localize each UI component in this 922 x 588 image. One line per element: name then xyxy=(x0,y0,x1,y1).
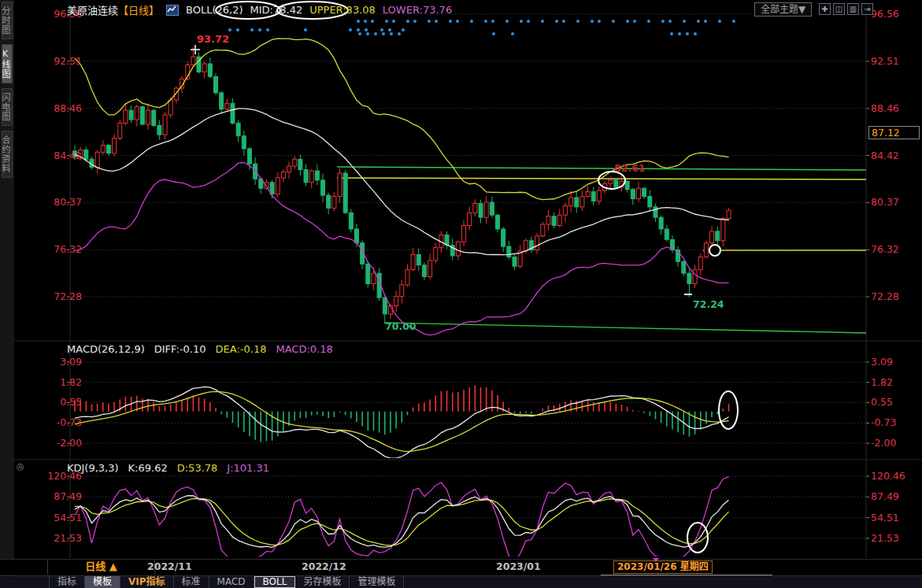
chart-type-icon[interactable] xyxy=(166,5,179,16)
chart-annotation: 72.24 xyxy=(693,298,724,310)
price-axis-label: 72.28 xyxy=(871,291,899,302)
price-axis-label: 84.42 xyxy=(871,150,899,161)
kdj-d-value: D:53.78 xyxy=(177,462,218,474)
kdj-j-value: J:101.31 xyxy=(227,462,269,474)
macd-dea-value: DEA:-0.18 xyxy=(216,343,267,355)
price-axis-label: 54.51 xyxy=(35,512,82,523)
price-axis-label: 92.51 xyxy=(35,56,82,67)
tab-指标[interactable]: 指标 xyxy=(49,576,85,588)
macd-title[interactable]: MACD(26,12,9) xyxy=(67,343,145,355)
time-label: 2022/11 xyxy=(147,560,192,572)
chart-annotation: 93.72 xyxy=(197,33,229,45)
price-axis-label: 3.09 xyxy=(871,357,893,368)
sidebar-item-0[interactable]: 分时图 xyxy=(2,2,13,39)
macd-pane-header: MACD(26,12,9) DIFF:-0.10 DEA:-0.18 MACD:… xyxy=(67,343,333,355)
symbol-title: 美原油连续 xyxy=(67,5,118,17)
left-sidebar: 分时图K线图闪电图合约资料 xyxy=(0,0,14,588)
price-axis-label: 87.49 xyxy=(35,491,82,502)
boll-upper-value: UPPER:83.08 xyxy=(309,4,376,16)
price-axis-label: 72.28 xyxy=(35,291,82,302)
period-tag[interactable]: 【日线】 xyxy=(118,5,159,17)
price-axis-label: -0.73 xyxy=(871,417,896,428)
candlestick-series[interactable] xyxy=(73,47,731,324)
period-cell[interactable]: 日线 ▲ xyxy=(47,560,155,575)
signal-dots xyxy=(228,20,735,35)
macd-panel[interactable] xyxy=(75,385,729,458)
price-axis-label: 1.82 xyxy=(871,377,893,388)
boll-lower-value: LOWER:73.76 xyxy=(383,4,452,16)
highlight-ellipses xyxy=(191,2,738,553)
price-axis-label: 92.51 xyxy=(871,56,899,67)
main-panel[interactable] xyxy=(73,39,867,335)
chart-annotation: 82.61 xyxy=(614,162,646,174)
price-axis-label: -2.00 xyxy=(35,438,82,449)
price-axis-label: 84.42 xyxy=(35,150,82,161)
indicator-name[interactable]: BOLL(26,2) xyxy=(186,4,243,16)
macd-diff-value: DIFF:-0.10 xyxy=(154,343,206,355)
tab-管理模板[interactable]: 管理模板 xyxy=(350,576,404,588)
sidebar-item-2[interactable]: 闪电图 xyxy=(2,88,13,126)
tab-BOLL[interactable]: BOLL xyxy=(254,576,296,588)
bottom-tab-bar: 指标模板VIP指标标准MACDBOLL另存模板管理模板 xyxy=(0,575,922,588)
indicator-settings-icon[interactable]: ◎ xyxy=(17,461,24,472)
price-axis-label: 3.09 xyxy=(35,357,82,368)
tab-模板[interactable]: 模板 xyxy=(85,576,120,588)
price-axis-label: -2.00 xyxy=(871,438,896,449)
tab-MACD[interactable]: MACD xyxy=(209,576,254,588)
date-marker-icon xyxy=(653,558,659,562)
chart-canvas[interactable] xyxy=(0,0,922,588)
price-axis-label: 21.53 xyxy=(35,533,82,544)
tab-VIP指标[interactable]: VIP指标 xyxy=(120,576,174,588)
exit-icon[interactable]: ⇥ xyxy=(861,3,873,15)
sidebar-item-1[interactable]: K线图 xyxy=(2,44,13,83)
new-window-icon[interactable]: ◫ xyxy=(833,3,845,15)
bar-chart-icon[interactable]: ▥ xyxy=(847,3,859,15)
price-axis-label: 80.37 xyxy=(35,197,82,208)
theme-selector-button[interactable]: 全部主题▼ xyxy=(754,2,812,17)
price-axis-label: 21.53 xyxy=(871,533,899,544)
crosshair-icon[interactable]: ✚ xyxy=(819,3,831,15)
last-price-box: 87.12 xyxy=(868,126,920,139)
price-axis-label: -0.73 xyxy=(35,417,82,428)
kdj-panel[interactable] xyxy=(75,477,729,564)
tab-标准[interactable]: 标准 xyxy=(174,576,209,588)
kdj-k-value: K:69.62 xyxy=(128,462,168,474)
trading-app: 分时图K线图闪电图合约资料 美原油连续【日线】 BOLL(26,2) MID:7… xyxy=(0,0,922,588)
time-label: 2022/12 xyxy=(302,560,346,572)
chart-header: 美原油连续【日线】 BOLL(26,2) MID:78.42 UPPER:83.… xyxy=(67,2,452,17)
price-axis-label: 120.46 xyxy=(871,471,905,482)
price-axis-label: 87.49 xyxy=(871,491,899,502)
price-axis-label: 96.56 xyxy=(871,9,899,20)
price-axis-label: 76.32 xyxy=(35,244,82,255)
kdj-pane-header: KDJ(9,3,3) K:69.62 D:53.78 J:101.31 xyxy=(67,462,269,474)
time-axis: 日线 ▲ 2023/01/26 星期四 2022/112022/122023/0… xyxy=(0,559,922,575)
window-control-icons: ✚◫▥⇥ xyxy=(819,3,873,15)
price-axis-label: 0.55 xyxy=(871,397,893,408)
price-axis-label: 54.51 xyxy=(871,512,899,523)
price-axis-label: 1.82 xyxy=(35,377,82,388)
kdj-title[interactable]: KDJ(9,3,3) xyxy=(67,462,119,474)
price-axis-label: 80.37 xyxy=(871,197,899,208)
price-axis-label: 76.32 xyxy=(871,244,899,255)
price-axis-label: 88.46 xyxy=(35,103,82,114)
price-axis-label: 0.55 xyxy=(35,397,82,408)
tab-另存模板[interactable]: 另存模板 xyxy=(295,576,350,588)
boll-mid-value: MID:78.42 xyxy=(250,4,303,16)
current-date-box: 2023/01/26 星期四 xyxy=(613,560,713,574)
chart-annotation: 70.00 xyxy=(385,320,417,332)
price-axis-label: 88.46 xyxy=(871,103,899,114)
sidebar-item-3[interactable]: 合约资料 xyxy=(2,131,13,178)
time-label: 2023/01 xyxy=(496,560,541,572)
macd-hist-value: MACD:0.18 xyxy=(276,343,332,355)
